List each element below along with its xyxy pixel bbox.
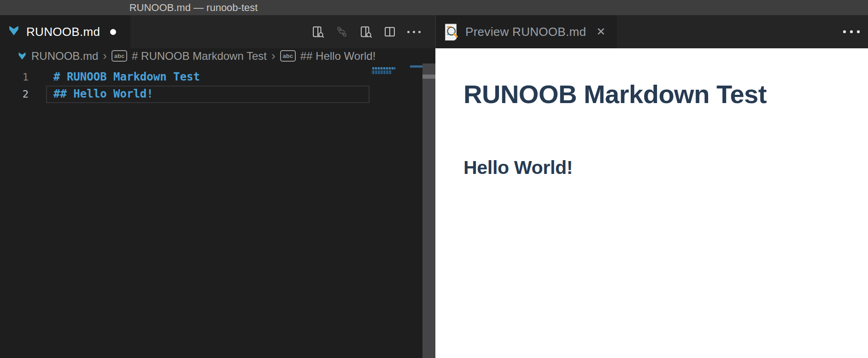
editor-tab-bar: RUNOOB.md bbox=[0, 15, 435, 48]
preview-tab-label: Preview RUNOOB.md bbox=[465, 25, 586, 39]
breadcrumb-heading-2[interactable]: ## Hello World! bbox=[300, 50, 376, 63]
breadcrumb-separator-icon: › bbox=[103, 49, 107, 63]
minimap-line-2-highlight bbox=[371, 70, 392, 74]
symbol-string-icon: abc bbox=[111, 50, 127, 62]
code-line-1[interactable]: # RUNOOB Markdown Test bbox=[53, 69, 200, 86]
line-number-2: 2 bbox=[0, 86, 29, 103]
markdown-file-icon bbox=[18, 52, 27, 61]
more-actions-icon[interactable] bbox=[407, 25, 420, 38]
vscode-window: RUNOOB.md — runoob-test RUNOOB.md bbox=[0, 0, 868, 358]
line-number-1: 1 bbox=[0, 69, 29, 86]
editor-group: RUNOOB.md bbox=[0, 15, 435, 358]
code-line-2[interactable]: ## Hello World! bbox=[53, 86, 153, 103]
markdown-preview-content: RUNOOB Markdown Test Hello World! bbox=[435, 48, 868, 358]
overview-ruler-cursor-marker bbox=[410, 65, 422, 68]
preview-tab-bar: Preview RUNOOB.md ✕ bbox=[435, 15, 868, 48]
tab-preview-runoob-md[interactable]: Preview RUNOOB.md ✕ bbox=[436, 15, 617, 48]
preview-heading-2: Hello World! bbox=[463, 156, 850, 179]
open-preview-to-side-icon[interactable] bbox=[311, 25, 324, 38]
breadcrumb: RUNOOB.md › abc # RUNOOB Markdown Test ›… bbox=[0, 48, 435, 64]
editor-actions bbox=[311, 15, 420, 48]
window-title: RUNOOB.md — runoob-test bbox=[129, 0, 258, 15]
title-bar: RUNOOB.md — runoob-test bbox=[0, 0, 868, 15]
open-changes-icon[interactable] bbox=[335, 25, 348, 38]
close-icon[interactable]: ✕ bbox=[596, 26, 605, 37]
scrollbar-slider-highlight bbox=[422, 75, 435, 79]
tab-label: RUNOOB.md bbox=[26, 25, 100, 39]
breadcrumb-heading-1[interactable]: # RUNOOB Markdown Test bbox=[132, 50, 267, 63]
more-actions-icon[interactable] bbox=[843, 15, 860, 48]
minimap-line-1 bbox=[372, 67, 395, 69]
preview-group: Preview RUNOOB.md ✕ RUNOOB Markdown Test… bbox=[435, 15, 868, 358]
preview-heading-1: RUNOOB Markdown Test bbox=[463, 79, 850, 110]
markdown-file-icon bbox=[8, 25, 20, 39]
workbench: RUNOOB.md bbox=[0, 15, 868, 358]
minimap[interactable] bbox=[371, 67, 396, 74]
markdown-preview-icon bbox=[444, 23, 458, 40]
breadcrumb-file[interactable]: RUNOOB.md bbox=[31, 50, 98, 63]
editor-vertical-scrollbar[interactable] bbox=[422, 64, 435, 358]
code-editor[interactable]: 1 2 # RUNOOB Markdown Test ## Hello Worl… bbox=[0, 64, 435, 358]
tab-runoob-md[interactable]: RUNOOB.md bbox=[0, 15, 130, 48]
open-preview-icon[interactable] bbox=[359, 25, 372, 38]
symbol-string-icon: abc bbox=[280, 50, 296, 62]
modified-dot-icon[interactable] bbox=[110, 29, 116, 35]
breadcrumb-separator-icon: › bbox=[271, 49, 276, 63]
split-editor-icon[interactable] bbox=[383, 25, 396, 38]
